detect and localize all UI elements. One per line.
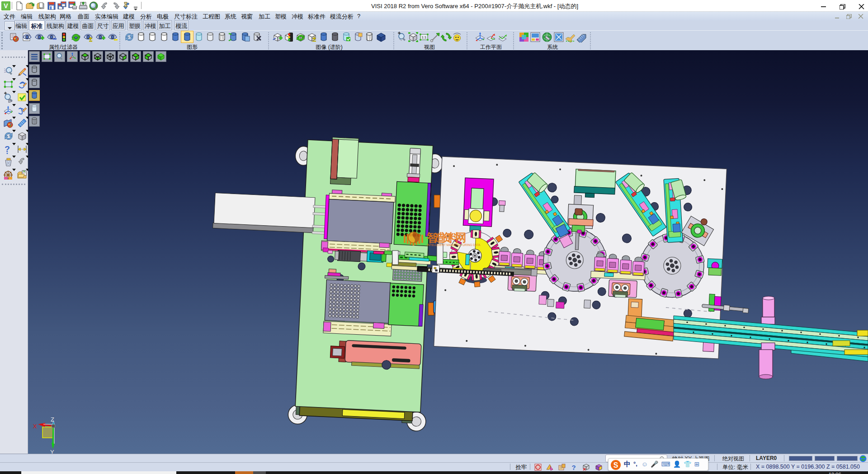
svg-text:?: ? [5,144,10,154]
svg-text:Z: Z [51,416,54,423]
svg-text:X: X [33,423,37,430]
svg-text:1:1: 1:1 [421,35,427,39]
svg-text:智造资料网: 智造资料网 [426,231,467,244]
svg-text:S: S [613,461,618,469]
svg-text:Y: Y [50,449,54,454]
svg-text:INTELLIGENT MANUFACTURING DATA: INTELLIGENT MANUFACTURING DATA [427,243,481,246]
svg-text:?: ? [571,464,576,471]
svg-text:V: V [4,2,8,9]
